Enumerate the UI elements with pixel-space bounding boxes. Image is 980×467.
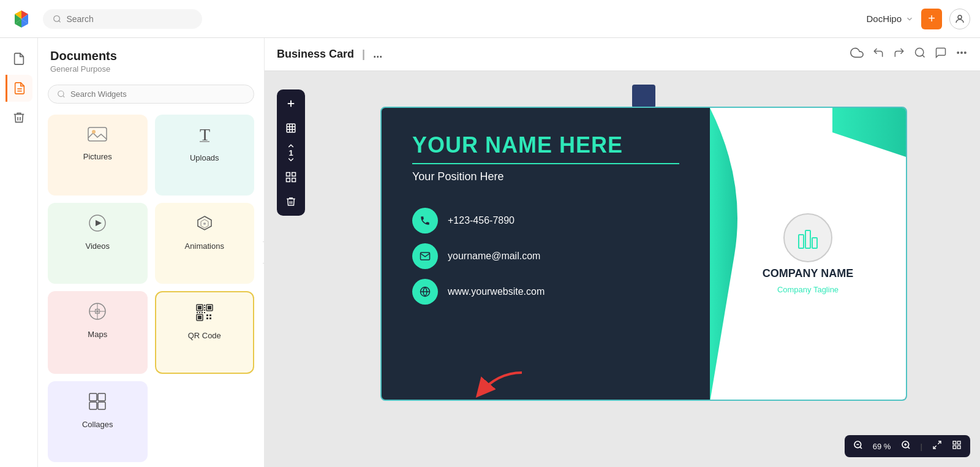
bc-email[interactable]: yourname@mail.com [448,251,540,262]
search-input[interactable] [66,14,192,24]
svg-rect-34 [204,312,205,313]
svg-point-41 [961,52,963,54]
search-editor-icon[interactable] [914,47,926,62]
bc-position[interactable]: Your Position Here [412,170,679,183]
svg-line-59 [860,447,862,449]
user-icon [954,13,965,25]
bc-website[interactable]: www.yourwebsite.com [448,286,545,297]
svg-rect-36 [98,393,105,401]
sidebar-item-edit[interactable] [6,75,32,102]
svg-line-64 [938,441,941,444]
resize-button[interactable] [279,116,303,140]
videos-label: Videos [85,241,110,251]
qrcode-icon [195,303,214,326]
bc-tagline[interactable]: Company Tagline [777,285,839,294]
bc-left-panel: YOUR NAME HERE Your Position Here [382,108,710,400]
zoom-in-button[interactable] [899,439,913,454]
delete-button[interactable] [279,190,303,213]
svg-point-5 [58,91,64,96]
uploads-label: Uploads [190,153,219,162]
collages-icon [88,392,107,415]
svg-rect-54 [805,230,810,248]
qrcode-label: QR Code [188,331,221,340]
widget-collages[interactable]: Collages [48,381,148,462]
float-toolbar: 1 [277,89,305,216]
widget-panel-header: Documents General Purpose [38,38,264,78]
svg-rect-38 [98,402,105,409]
svg-rect-68 [953,446,956,449]
svg-rect-21 [208,306,211,309]
maps-label: Maps [88,330,107,339]
svg-rect-19 [198,306,202,309]
zoom-percent: 69 % [870,442,894,451]
app-logo[interactable] [10,7,33,31]
bc-company-logo [783,213,832,262]
widget-videos[interactable]: Videos [48,203,148,284]
bc-email-row[interactable]: yourname@mail.com [412,243,679,269]
svg-rect-46 [287,173,290,177]
svg-point-7 [92,130,96,134]
svg-rect-30 [204,309,205,311]
uploads-icon: T [196,126,213,148]
svg-line-65 [933,446,937,449]
bc-name[interactable]: YOUR NAME HERE [412,132,679,164]
widget-grid: Pictures T Uploads [38,110,264,467]
search-icon [53,14,61,24]
svg-point-39 [916,48,924,56]
svg-rect-45 [287,124,295,132]
globe-icon [412,279,438,305]
cloud-save-icon[interactable] [850,46,864,63]
toolbar-right [850,46,968,63]
widget-search-input[interactable] [70,89,245,99]
fullscreen-button[interactable] [930,439,944,454]
redo-icon[interactable] [893,47,905,62]
bc-phone-row[interactable]: +123-456-7890 [412,208,679,234]
zoom-out-button[interactable] [851,439,865,454]
maps-icon [88,302,107,325]
grid-layout-button[interactable] [279,165,303,189]
sidebar-item-document[interactable] [6,45,32,72]
document-icon [12,52,26,66]
dochipo-menu[interactable]: DocHipo [866,13,914,24]
svg-rect-31 [197,312,198,313]
animations-icon [195,214,214,237]
sidebar-item-trash[interactable] [6,104,32,131]
chevron-down-icon [905,15,914,23]
svg-point-1 [54,15,60,21]
svg-rect-53 [799,235,804,248]
editor-toolbar: Business Card | ... [265,38,980,71]
page-handle[interactable] [632,85,655,108]
svg-rect-25 [209,314,211,316]
svg-rect-66 [953,441,956,444]
email-icon [412,243,438,269]
business-card-canvas[interactable]: YOUR NAME HERE Your Position Here [380,89,907,401]
widget-qrcode[interactable]: QR Code [155,291,255,374]
widget-animations[interactable]: Animations [155,203,255,284]
canvas-area[interactable]: 1 [265,71,980,467]
user-avatar[interactable] [949,9,970,29]
global-search[interactable] [43,9,202,29]
document-title: Business Card | ... [277,48,382,61]
svg-rect-48 [287,178,290,182]
more-options-icon[interactable] [956,47,968,62]
comment-icon[interactable] [935,47,947,62]
panel-title: Documents [50,49,252,63]
main-layout: Documents General Purpose Pictures [0,38,980,467]
svg-rect-69 [957,446,960,449]
bc-company-name[interactable]: COMPANY NAME [763,267,853,280]
undo-icon[interactable] [872,47,884,62]
widget-search[interactable] [48,85,254,104]
add-button[interactable]: + [921,9,942,29]
widget-pictures[interactable]: Pictures [48,115,148,196]
widget-maps[interactable]: Maps [48,291,148,374]
add-element-button[interactable] [279,92,303,115]
grid-view-button[interactable] [949,439,964,454]
svg-rect-47 [292,173,296,177]
svg-rect-27 [209,317,211,319]
bc-website-row[interactable]: www.yourwebsite.com [412,279,679,305]
widget-uploads[interactable]: T Uploads [155,115,255,196]
zoom-bar: 69 % | [845,435,970,457]
icon-sidebar [0,38,38,467]
business-card[interactable]: YOUR NAME HERE Your Position Here [380,107,907,401]
bc-phone[interactable]: +123-456-7890 [448,215,514,226]
